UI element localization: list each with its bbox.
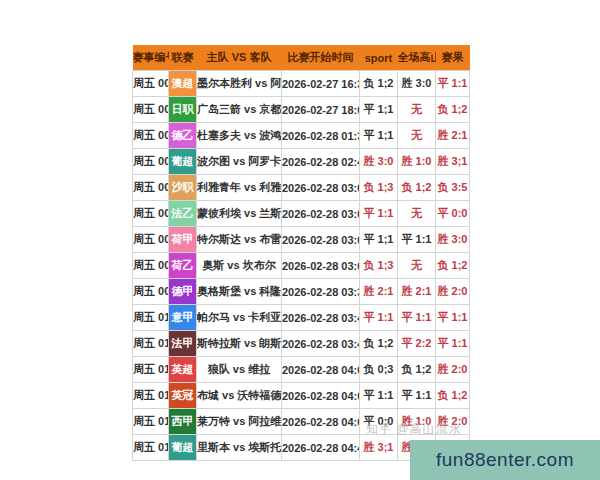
match-id-cell: 周五 005 — [133, 175, 169, 201]
gaoshan-pick-cell: 胜 3:0 — [398, 71, 436, 97]
start-time-cell: 2026-02-27 16:35 — [282, 71, 360, 97]
gaoshan-pick-cell: 无 — [398, 97, 436, 123]
result-cell: 平 1:1 — [436, 71, 470, 97]
result-cell: 平 0:0 — [436, 201, 470, 227]
sport-pick-cell: 平 0;0 — [360, 409, 398, 435]
result-cell: 平 1:1 — [436, 331, 470, 357]
sport-pick-cell: 平 1;1 — [360, 227, 398, 253]
table-row: 周五 002日职广岛三箭 vs 京都2026-02-27 18:00平 1;1无… — [133, 97, 470, 123]
table-body: 周五 001澳超墨尔本胜利 vs 阿德莱德联2026-02-27 16:35负 … — [133, 71, 470, 461]
league-tag: 葡超 — [169, 435, 197, 461]
table-row: 周五 013英冠布城 vs 沃特福德2026-02-28 04:00平 1:1平… — [133, 383, 470, 409]
league-tag: 英超 — [169, 357, 197, 383]
sport-pick-cell: 胜 3:0 — [360, 149, 398, 175]
table-row: 周五 006法乙蒙彼利埃 vs 兰斯2026-02-28 03:00平 1:1无… — [133, 201, 470, 227]
match-id-cell: 周五 003 — [133, 123, 169, 149]
gaoshan-pick-cell: 胜 1:0 — [398, 409, 436, 435]
col-header-gaoshan: 全场高山 — [398, 45, 436, 71]
gaoshan-pick-cell: 平 1:1 — [398, 383, 436, 409]
league-tag: 英冠 — [169, 383, 197, 409]
league-tag: 葡超 — [169, 149, 197, 175]
match-id-cell: 周五 009 — [133, 279, 169, 305]
gaoshan-pick-cell: 平 2:2 — [398, 331, 436, 357]
result-cell: 负 3:5 — [436, 175, 470, 201]
start-time-cell: 2026-02-28 04:45 — [282, 435, 360, 461]
teams-cell: 波尔图 vs 阿罗卡 — [197, 149, 282, 175]
teams-cell: 帕尔马 vs 卡利亚里 — [197, 305, 282, 331]
sport-pick-cell: 负 1;3 — [360, 175, 398, 201]
match-id-cell: 周五 008 — [133, 253, 169, 279]
match-id-cell: 周五 015 — [133, 435, 169, 461]
table-row: 周五 003德乙杜塞多夫 vs 波鸿2026-02-28 01:30平 1;1无… — [133, 123, 470, 149]
league-tag: 荷甲 — [169, 227, 197, 253]
sport-pick-cell: 负 0;3 — [360, 357, 398, 383]
sport-pick-cell: 胜 3;1 — [360, 435, 398, 461]
match-id-cell: 周五 002 — [133, 97, 169, 123]
match-id-cell: 周五 012 — [133, 357, 169, 383]
sport-pick-cell: 平 1:1 — [360, 383, 398, 409]
start-time-cell: 2026-02-28 01:30 — [282, 123, 360, 149]
start-time-cell: 2026-02-28 04:00 — [282, 357, 360, 383]
result-cell: 胜 2:0 — [436, 279, 470, 305]
col-header-start-time: 比赛开始时间 — [282, 45, 360, 71]
match-id-cell: 周五 011 — [133, 331, 169, 357]
teams-cell: 里斯本 vs 埃斯托里 — [197, 435, 282, 461]
league-tag: 德甲 — [169, 279, 197, 305]
table-row: 周五 005沙职利雅青年 vs 利雅新月2026-02-28 03:00负 1;… — [133, 175, 470, 201]
start-time-cell: 2026-02-28 03:00 — [282, 201, 360, 227]
table-row: 周五 007荷甲特尔斯达 vs 布雷达2026-02-28 03:00平 1;1… — [133, 227, 470, 253]
gaoshan-pick-cell: 平 1:1 — [398, 227, 436, 253]
sport-pick-cell: 负 1;2 — [360, 331, 398, 357]
teams-cell: 斯特拉斯 vs 朗斯 — [197, 331, 282, 357]
sport-pick-cell: 平 1;1 — [360, 97, 398, 123]
teams-cell: 利雅青年 vs 利雅新月 — [197, 175, 282, 201]
gaoshan-pick-cell: 平 1:1 — [398, 305, 436, 331]
result-cell: 胜 2:0 — [436, 357, 470, 383]
start-time-cell: 2026-02-27 18:00 — [282, 97, 360, 123]
matches-table-container: 赛事编号 联赛 主队 VS 客队 比赛开始时间 sport 全场高山 赛果 周五… — [132, 45, 470, 461]
gaoshan-pick-cell: 胜 1:0 — [398, 149, 436, 175]
start-time-cell: 2026-02-28 03:00 — [282, 253, 360, 279]
ad-banner[interactable]: fun88enter.com — [410, 440, 600, 480]
teams-cell: 莱万特 vs 阿拉维斯 — [197, 409, 282, 435]
league-tag: 荷乙 — [169, 253, 197, 279]
gaoshan-pick-cell: 胜 2:1 — [398, 279, 436, 305]
result-cell: 胜 2:1 — [436, 123, 470, 149]
sport-pick-cell: 负 1;2 — [360, 71, 398, 97]
table-row: 周五 011法甲斯特拉斯 vs 朗斯2026-02-28 03:45负 1;2平… — [133, 331, 470, 357]
col-header-sport: sport — [360, 45, 398, 71]
start-time-cell: 2026-02-28 03:00 — [282, 227, 360, 253]
result-cell: 平 1:1 — [436, 305, 470, 331]
gaoshan-pick-cell: 无 — [398, 123, 436, 149]
league-tag: 沙职 — [169, 175, 197, 201]
teams-cell: 杜塞多夫 vs 波鸿 — [197, 123, 282, 149]
col-header-result: 赛果 — [436, 45, 470, 71]
start-time-cell: 2026-02-28 02:45 — [282, 149, 360, 175]
result-cell: 胜 3;1 — [436, 149, 470, 175]
table-row: 周五 009德甲奥格斯堡 vs 科隆2026-02-28 03:30胜 2:1胜… — [133, 279, 470, 305]
result-cell: 负 1;2 — [436, 97, 470, 123]
table-row: 周五 012英超狼队 vs 维拉2026-02-28 04:00负 0;3负 1… — [133, 357, 470, 383]
teams-cell: 奥斯 vs 坎布尔 — [197, 253, 282, 279]
match-id-cell: 周五 014 — [133, 409, 169, 435]
sport-pick-cell: 平 1:1 — [360, 201, 398, 227]
gaoshan-pick-cell: 负 1;2 — [398, 357, 436, 383]
matches-table: 赛事编号 联赛 主队 VS 客队 比赛开始时间 sport 全场高山 赛果 周五… — [132, 45, 470, 461]
start-time-cell: 2026-02-28 04:00 — [282, 409, 360, 435]
teams-cell: 狼队 vs 维拉 — [197, 357, 282, 383]
match-id-cell: 周五 001 — [133, 71, 169, 97]
match-id-cell: 周五 013 — [133, 383, 169, 409]
league-tag: 法乙 — [169, 201, 197, 227]
table-row: 周五 010意甲帕尔马 vs 卡利亚里2026-02-28 03:45平 1:1… — [133, 305, 470, 331]
gaoshan-pick-cell: 负 1;2 — [398, 175, 436, 201]
table-row: 周五 008荷乙奥斯 vs 坎布尔2026-02-28 03:00负 1;3无负… — [133, 253, 470, 279]
table-row: 周五 014西甲莱万特 vs 阿拉维斯2026-02-28 04:00平 0;0… — [133, 409, 470, 435]
teams-cell: 特尔斯达 vs 布雷达 — [197, 227, 282, 253]
result-cell: 负 1;2 — [436, 383, 470, 409]
league-tag: 意甲 — [169, 305, 197, 331]
start-time-cell: 2026-02-28 03:00 — [282, 175, 360, 201]
league-tag: 日职 — [169, 97, 197, 123]
match-id-cell: 周五 007 — [133, 227, 169, 253]
league-tag: 西甲 — [169, 409, 197, 435]
start-time-cell: 2026-02-28 03:45 — [282, 331, 360, 357]
